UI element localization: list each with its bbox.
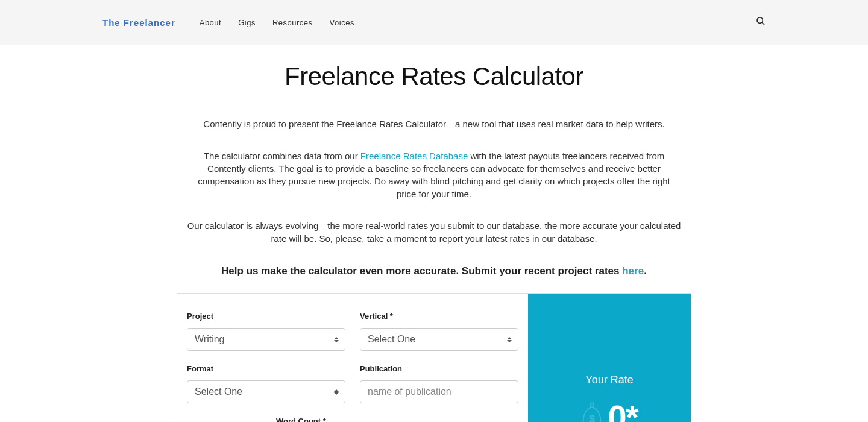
cta-text-b: . xyxy=(644,265,647,277)
rates-database-link[interactable]: Freelance Rates Database xyxy=(360,151,468,161)
nav-voices[interactable]: Voices xyxy=(330,18,354,27)
wordcount-label: Word Count * xyxy=(276,417,429,422)
svg-text:$: $ xyxy=(588,412,595,422)
submit-rates-link[interactable]: here xyxy=(622,265,644,277)
chevron-updown-icon xyxy=(507,337,512,342)
description-paragraph-1: The calculator combines data from our Fr… xyxy=(187,150,681,200)
desc1-text-a: The calculator combines data from our xyxy=(204,151,360,161)
rate-result-panel: Your Rate $ 0* xyxy=(528,294,691,422)
description-paragraph-2: Our calculator is always evolving—the mo… xyxy=(187,219,681,245)
search-icon[interactable] xyxy=(756,16,766,28)
nav-about[interactable]: About xyxy=(200,18,221,27)
project-select[interactable]: Writing xyxy=(187,328,345,351)
vertical-select[interactable]: Select One xyxy=(360,328,518,351)
project-label: Project xyxy=(187,312,345,321)
svg-point-0 xyxy=(757,17,763,23)
top-nav-bar: The Freelancer About Gigs Resources Voic… xyxy=(0,0,868,45)
rate-value: 0* xyxy=(608,397,638,422)
site-logo[interactable]: The Freelancer xyxy=(102,17,175,28)
vertical-label: Vertical * xyxy=(360,312,518,321)
project-select-value: Writing xyxy=(195,334,225,345)
chevron-updown-icon xyxy=(334,389,339,395)
vertical-select-value: Select One xyxy=(368,334,415,345)
svg-line-1 xyxy=(762,22,764,25)
cta-text-a: Help us make the calculator even more ac… xyxy=(221,265,622,277)
primary-nav: About Gigs Resources Voices xyxy=(200,18,354,27)
nav-gigs[interactable]: Gigs xyxy=(238,18,256,27)
format-label: Format xyxy=(187,364,345,373)
submit-rates-cta: Help us make the calculator even more ac… xyxy=(175,265,693,277)
publication-label: Publication xyxy=(360,364,518,373)
calculator-box: Project Writing Vertical * Select One xyxy=(177,293,691,422)
page-title: Freelance Rates Calculator xyxy=(175,62,693,91)
money-bag-icon: $ xyxy=(582,402,602,423)
calculator-form: Project Writing Vertical * Select One xyxy=(177,294,528,422)
nav-resources[interactable]: Resources xyxy=(272,18,313,27)
chevron-updown-icon xyxy=(334,337,339,342)
format-select[interactable]: Select One xyxy=(187,380,345,403)
rate-heading: Your Rate xyxy=(585,374,633,386)
format-select-value: Select One xyxy=(195,386,242,397)
intro-text: Contently is proud to present the Freela… xyxy=(175,118,693,130)
publication-input[interactable] xyxy=(360,380,518,403)
